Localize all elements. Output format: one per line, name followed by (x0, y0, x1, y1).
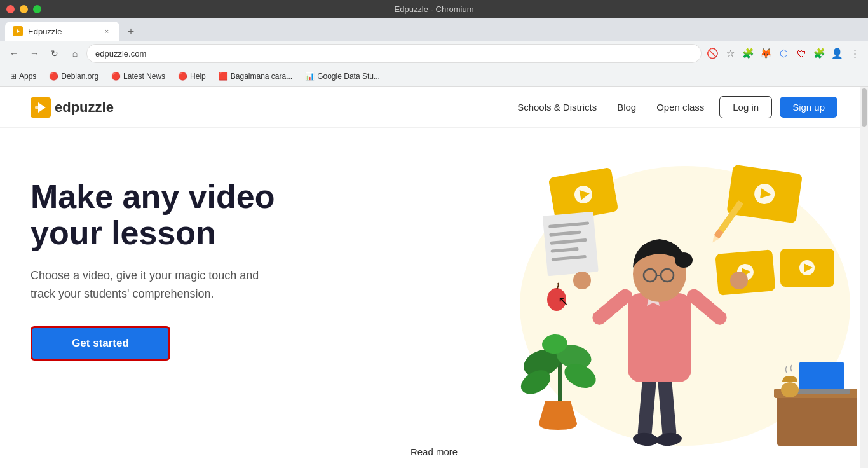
hero-heading: Make any video your lesson (31, 179, 336, 251)
nav-schools-districts[interactable]: Schools & Districts (517, 102, 597, 113)
ad-block-icon[interactable]: 🛡 (793, 45, 810, 62)
page-content: edpuzzle Schools & Districts Blog Open c… (0, 87, 868, 468)
hero-subtext: Choose a video, give it your magic touch… (31, 266, 272, 303)
forward-button[interactable]: → (25, 45, 43, 62)
minimize-window-button[interactable] (20, 5, 28, 13)
tab-close-button[interactable]: × (102, 26, 112, 36)
bookmark-bagaimana-label: Bagaimana cara... (231, 72, 292, 81)
bookmark-star-icon[interactable]: ☆ (722, 45, 738, 62)
read-more-bar[interactable]: Read more (0, 440, 868, 464)
browser-ext2-icon[interactable]: ⬡ (775, 45, 792, 62)
svg-rect-33 (637, 375, 657, 440)
svg-point-4 (35, 106, 39, 109)
maximize-window-button[interactable] (33, 5, 41, 13)
bookmark-latest-news-label: Latest News (123, 72, 165, 81)
new-tab-button[interactable]: + (122, 23, 140, 41)
browser-chrome: Edpuzzle × + ← → ↻ ⌂ 🚫 ☆ 🧩 🦊 ⬡ 🛡 🧩 👤 ⋮ ⊞… (0, 18, 868, 87)
svg-point-42 (661, 269, 674, 282)
signup-button[interactable]: Sign up (780, 97, 837, 118)
read-more-text: Read more (410, 446, 458, 457)
hero-section: Make any video your lesson Choose a vide… (0, 128, 868, 468)
window-title: Edpuzzle - Chromium (395, 4, 474, 14)
svg-point-26 (547, 288, 566, 311)
active-tab[interactable]: Edpuzzle × (5, 22, 119, 41)
bookmark-google-data[interactable]: 📊 Google Data Stu... (300, 69, 385, 84)
browser-ext1-icon[interactable]: 🦊 (757, 45, 774, 62)
bookmark-bagaimana[interactable]: 🟥 Bagaimana cara... (214, 69, 297, 84)
camera-off-icon[interactable]: 🚫 (704, 45, 721, 62)
login-button[interactable]: Log in (719, 96, 772, 118)
svg-point-40 (675, 252, 693, 268)
svg-rect-48 (777, 395, 857, 446)
hero-left: Make any video your lesson Choose a vide… (31, 166, 336, 468)
svg-rect-37 (628, 293, 691, 382)
bookmark-latest-news[interactable]: 🔴 Latest News (106, 69, 170, 84)
account-icon[interactable]: 👤 (829, 45, 845, 62)
site-logo[interactable]: edpuzzle (31, 97, 114, 118)
tab-bar: Edpuzzle × + (0, 18, 868, 41)
home-button[interactable]: ⌂ (66, 45, 84, 62)
svg-rect-51 (793, 389, 850, 394)
tab-favicon (13, 26, 23, 36)
bookmark-apps-label: Apps (19, 72, 36, 81)
toolbar-icons: 🚫 ☆ 🧩 🦊 ⬡ 🛡 🧩 👤 ⋮ (704, 45, 863, 62)
refresh-button[interactable]: ↻ (46, 45, 64, 62)
nav-blog[interactable]: Blog (617, 102, 636, 113)
scrollbar[interactable] (860, 87, 868, 468)
bookmark-help[interactable]: 🔴 Help (173, 69, 211, 84)
logo-text: edpuzzle (55, 99, 114, 116)
close-window-button[interactable] (6, 5, 15, 13)
back-button[interactable]: ← (5, 45, 23, 62)
bookmark-apps[interactable]: ⊞ Apps (5, 69, 41, 84)
svg-point-45 (573, 272, 591, 289)
tab-title: Edpuzzle (28, 27, 62, 36)
titlebar: Edpuzzle - Chromium (0, 0, 868, 18)
bookmark-help-label: Help (190, 72, 206, 81)
window-controls[interactable] (6, 5, 41, 13)
svg-rect-50 (799, 362, 844, 390)
hero-illustration (488, 160, 857, 465)
bookmarks-bar: ⊞ Apps 🔴 Debian.org 🔴 Latest News 🔴 Help… (0, 66, 868, 86)
menu-icon[interactable]: ⋮ (846, 45, 863, 62)
address-input[interactable] (86, 44, 702, 63)
hero-right: ↖ (336, 166, 837, 468)
get-started-button[interactable]: Get started (31, 326, 170, 361)
site-navbar: edpuzzle Schools & Districts Blog Open c… (0, 87, 868, 128)
nav-links: Schools & Districts Blog Open class (517, 102, 704, 113)
extensions-icon[interactable]: 🧩 (740, 45, 756, 62)
bookmark-debian-label: Debian.org (61, 72, 98, 81)
hero-heading-line1: Make any video (31, 178, 275, 215)
bookmark-debian[interactable]: 🔴 Debian.org (44, 69, 104, 84)
bookmark-google-data-label: Google Data Stu... (317, 72, 380, 81)
svg-point-52 (781, 382, 799, 397)
scrollbar-thumb[interactable] (862, 88, 867, 127)
nav-open-class[interactable]: Open class (656, 102, 704, 113)
svg-point-47 (730, 272, 748, 289)
puzzle-ext-icon[interactable]: 🧩 (811, 45, 827, 62)
svg-rect-34 (658, 375, 677, 440)
address-bar-row: ← → ↻ ⌂ 🚫 ☆ 🧩 🦊 ⬡ 🛡 🧩 👤 ⋮ (0, 41, 868, 66)
logo-icon (31, 97, 51, 118)
svg-point-41 (644, 269, 656, 282)
hero-heading-line2: your lesson (31, 214, 216, 251)
